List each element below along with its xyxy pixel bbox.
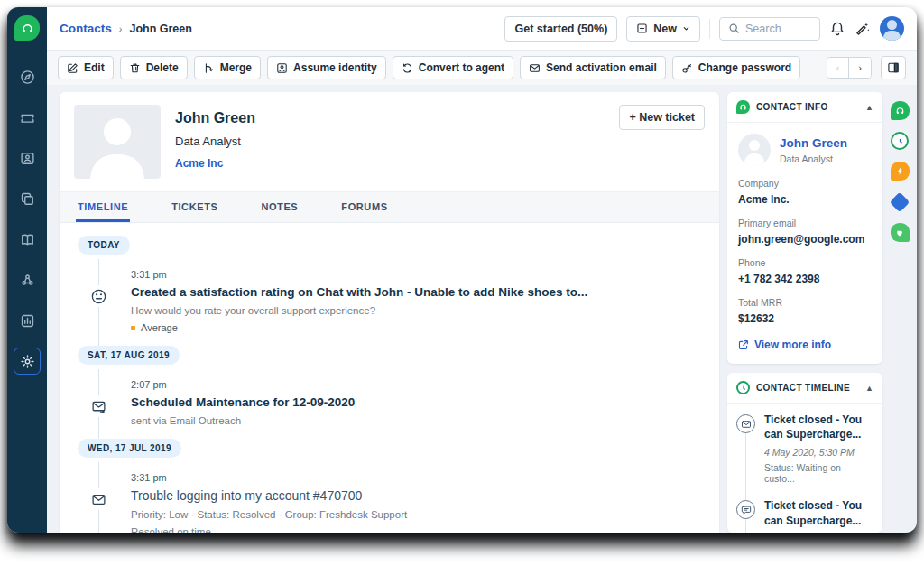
contact-avatar <box>74 105 161 179</box>
contact-info-card: CONTACT INFO ▲ John Green Data Analyst <box>727 92 882 364</box>
ct-entry-title[interactable]: Ticket closed - You can Supercharge... <box>764 413 873 441</box>
convert-to-agent-label: Convert to agent <box>419 61 504 74</box>
search-box[interactable] <box>719 17 820 41</box>
community-icon <box>20 273 35 288</box>
right-panel: CONTACT INFO ▲ John Green Data Analyst <box>727 92 882 533</box>
notifications-button[interactable] <box>829 21 845 37</box>
chevron-up-icon[interactable]: ▲ <box>865 103 873 112</box>
entry-time: 2:07 pm <box>131 379 355 390</box>
merge-button[interactable]: Merge <box>194 56 261 79</box>
breadcrumb-separator-icon: › <box>119 23 123 34</box>
ct-entry-title[interactable]: Ticket closed - You can Supercharge... <box>764 498 873 527</box>
copy-pages-icon <box>20 191 35 207</box>
field-label: Phone <box>738 257 872 268</box>
freshdesk-app-icon[interactable] <box>891 101 910 120</box>
gear-icon <box>20 354 35 369</box>
delete-label: Delete <box>146 61 179 74</box>
contact-info-role: Data Analyst <box>780 153 847 164</box>
sidebar-item-forums[interactable] <box>14 266 41 293</box>
rating-dot-icon <box>131 326 135 330</box>
new-ticket-label: + New ticket <box>629 111 695 124</box>
contact-info-header[interactable]: CONTACT INFO ▲ <box>727 92 882 123</box>
edit-button[interactable]: Edit <box>58 56 114 79</box>
contact-company-link[interactable]: Acme Inc <box>175 157 255 170</box>
send-activation-email-label: Send activation email <box>546 61 657 74</box>
plus-square-icon <box>636 23 648 34</box>
merge-label: Merge <box>220 61 252 74</box>
sidebar-item-contacts[interactable] <box>14 144 41 172</box>
timeline-entry[interactable]: 2:07 pm Scheduled Maintenance for 12-09-… <box>78 379 701 426</box>
field-value: +1 782 342 2398 <box>738 273 872 285</box>
delete-button[interactable]: Delete <box>120 56 188 79</box>
breadcrumb-contacts[interactable]: Contacts <box>60 22 112 35</box>
timeline-date-pill: TODAY <box>78 236 130 255</box>
timeline-entry[interactable]: 3:31 pm Created a satisfaction rating on… <box>78 269 701 333</box>
timeline-group-today: TODAY 3:31 pm Created a satisfaction rat… <box>78 236 701 346</box>
key-icon <box>681 62 693 74</box>
freshdesk-logo[interactable] <box>7 7 47 49</box>
send-activation-email-button[interactable]: Send activation email <box>520 56 666 79</box>
contact-info-name-link[interactable]: John Green <box>780 136 847 150</box>
field-value: Acme Inc. <box>738 193 872 206</box>
tab-bar: TIMELINE TICKETS NOTES FORUMS <box>60 191 719 223</box>
entry-title[interactable]: Scheduled Maintenance for 12-09-2020 <box>131 395 355 409</box>
contact-timeline-entry[interactable]: Ticket closed - You can Supercharge... 4… <box>736 498 873 533</box>
contact-timeline-title: CONTACT TIMELINE <box>756 383 850 393</box>
identity-icon <box>276 62 288 74</box>
convert-to-agent-button[interactable]: Convert to agent <box>393 56 513 79</box>
contact-info-title: CONTACT INFO <box>756 102 828 112</box>
ct-entry-status: Status: Waiting on custo... <box>764 462 873 484</box>
contact-timeline-card: CONTACT TIMELINE ▲ Ticket closed - You c… <box>727 373 882 533</box>
tab-forums[interactable]: FORUMS <box>339 192 389 222</box>
contact-card-icon <box>20 151 35 166</box>
new-button[interactable]: New <box>626 16 700 42</box>
collapse-panel-button[interactable] <box>881 56 906 79</box>
entry-time: 3:31 pm <box>131 472 407 483</box>
entry-title-link[interactable]: Trouble logging into my account #470700 <box>131 488 407 503</box>
trash-icon <box>129 62 141 74</box>
chevron-down-icon <box>682 24 690 32</box>
edit-icon <box>67 62 79 74</box>
contact-toolbar: Edit Delete Merge Assume identity Conver… <box>47 51 917 85</box>
envelope-icon <box>88 488 109 510</box>
view-more-info-link[interactable]: View more info <box>738 339 872 351</box>
prev-record-button[interactable]: ‹ <box>827 58 849 78</box>
timeline-date-pill: WED, 17 JUL 2019 <box>78 439 181 458</box>
chevron-up-icon[interactable]: ▲ <box>865 384 873 393</box>
timeline-entry[interactable]: 3:31 pm Trouble logging into my account … <box>78 472 701 533</box>
sidebar-item-admin[interactable] <box>14 348 41 375</box>
contact-timeline-entry[interactable]: Ticket closed - You can Supercharge... 4… <box>736 413 873 484</box>
get-started-button[interactable]: Get started (50%) <box>504 16 617 42</box>
contact-timeline-app-icon[interactable] <box>891 132 909 150</box>
field-value: $12632 <box>738 312 872 325</box>
field-value: john.green@google.com <box>738 233 872 246</box>
tab-notes[interactable]: NOTES <box>259 192 300 222</box>
search-input[interactable] <box>745 23 808 35</box>
envelope-icon <box>529 62 541 74</box>
bell-icon <box>829 21 845 37</box>
sidebar-item-analytics[interactable] <box>14 307 41 334</box>
next-record-button[interactable]: › <box>848 58 871 78</box>
diamond-app-icon[interactable] <box>891 192 910 211</box>
sidebar-item-solutions[interactable] <box>14 226 41 253</box>
new-ticket-button[interactable]: + New ticket <box>619 105 705 130</box>
user-avatar[interactable] <box>880 16 904 41</box>
panel-collapse-icon <box>887 61 900 74</box>
freddy-ai-button[interactable] <box>855 21 871 37</box>
sidebar-item-dashboard[interactable] <box>14 63 41 90</box>
bolt-app-icon[interactable] <box>891 162 910 181</box>
sidebar-item-companies[interactable] <box>14 185 41 212</box>
rating-label: Average <box>141 322 178 333</box>
tab-tickets[interactable]: TICKETS <box>170 192 219 222</box>
entry-title[interactable]: Created a satisfaction rating on Chat wi… <box>131 285 587 299</box>
change-password-button[interactable]: Change password <box>672 56 800 79</box>
entry-resolution: Resolved on time <box>131 526 407 533</box>
contact-info-avatar <box>738 134 771 166</box>
contact-timeline-header[interactable]: CONTACT TIMELINE ▲ <box>727 373 882 404</box>
breadcrumb-current: John Green <box>129 23 191 35</box>
assume-identity-button[interactable]: Assume identity <box>267 56 386 79</box>
contact-name: John Green <box>175 110 255 126</box>
sidebar-item-tickets[interactable] <box>14 104 41 131</box>
tab-timeline[interactable]: TIMELINE <box>76 192 130 222</box>
shield-app-icon[interactable] <box>891 223 910 242</box>
